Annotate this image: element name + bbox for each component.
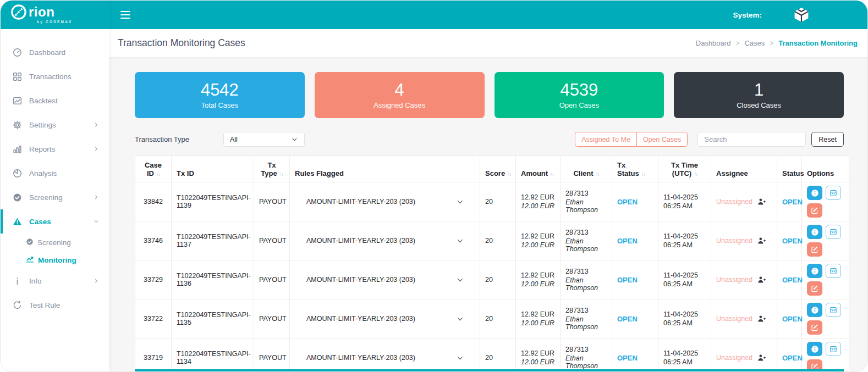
case-edit-button[interactable] xyxy=(807,281,822,296)
case-edit-button[interactable] xyxy=(807,242,822,257)
cell-tx-id: T1022049TESTINGAPI-1135 xyxy=(172,299,254,338)
cell-rules-flagged: AMOUNT-LIMIT-YEARLY-203 (203) xyxy=(290,338,480,372)
case-info-button[interactable] xyxy=(807,303,822,317)
rules-flagged-dropdown[interactable]: AMOUNT-LIMIT-YEARLY-203 (203) xyxy=(295,198,475,206)
sidebar-subitem-monitoring[interactable]: Monitoring xyxy=(1,251,109,269)
cell-tx-time: 11-04-202506:25 AM xyxy=(658,299,711,338)
case-calendar-button[interactable] xyxy=(826,225,841,239)
breadcrumb-item[interactable]: Cases xyxy=(744,39,765,47)
menu-toggle-icon[interactable] xyxy=(120,11,130,19)
case-edit-button[interactable] xyxy=(807,203,822,218)
cell-assignee: Unassigned xyxy=(711,221,777,260)
info-icon xyxy=(13,276,22,286)
column-header-label: Tx Status xyxy=(617,161,639,177)
tx-status-badge: OPEN xyxy=(617,237,638,245)
sidebar-item-transactions[interactable]: Transactions xyxy=(1,64,109,88)
case-edit-button[interactable] xyxy=(807,320,822,335)
cell-tx-type: PAYOUT xyxy=(254,182,290,221)
reset-button[interactable]: Reset xyxy=(811,132,844,147)
sort-icon: ↑↓ xyxy=(694,171,697,177)
assigned-to-me-button[interactable]: Assigned To Me xyxy=(575,132,636,147)
amount-converted: 12.00 EUR xyxy=(521,358,555,366)
main-area: System: Transaction Monitoring Cases Das… xyxy=(109,1,867,371)
column-header-tx-status[interactable]: Tx Status↑↓ xyxy=(612,156,658,182)
table-row: 33729T1022049TESTINGAPI-1136PAYOUTAMOUNT… xyxy=(135,260,849,299)
column-header-client[interactable]: Client↑↓ xyxy=(561,156,612,182)
info-icon xyxy=(811,189,819,197)
column-header-label: Client xyxy=(573,169,593,177)
assignee-label: Unassigned xyxy=(716,237,752,245)
sidebar-item-backtest[interactable]: Backtest xyxy=(1,88,109,113)
column-header-label: Status xyxy=(782,169,804,177)
edit-icon xyxy=(811,246,818,253)
cell-rules-flagged: AMOUNT-LIMIT-YEARLY-203 (203) xyxy=(290,182,480,221)
cell-tx-type: PAYOUT xyxy=(254,299,290,338)
case-info-button[interactable] xyxy=(807,342,822,356)
assign-user-icon[interactable] xyxy=(757,198,766,206)
tx-date: 11-04-2025 xyxy=(663,310,706,318)
client-id: 287313 xyxy=(565,229,607,236)
status-badge: OPEN xyxy=(782,276,803,284)
case-calendar-button[interactable] xyxy=(826,303,841,317)
case-info-button[interactable] xyxy=(807,225,822,239)
cell-tx-time: 11-04-202506:25 AM xyxy=(658,221,711,260)
column-header-options: Options xyxy=(802,156,849,182)
case-info-button[interactable] xyxy=(807,186,822,200)
column-header-amount[interactable]: Amount↑↓ xyxy=(516,156,561,182)
search-input[interactable] xyxy=(697,132,806,147)
case-info-button[interactable] xyxy=(807,264,822,278)
assign-user-icon[interactable] xyxy=(757,315,766,323)
sidebar-item-settings[interactable]: Settings xyxy=(1,113,109,137)
sidebar-item-screening[interactable]: Screening xyxy=(1,185,109,209)
screening-icon xyxy=(13,193,22,202)
cell-amount: 12.92 EUR12.00 EUR xyxy=(516,182,561,221)
cell-assignee: Unassigned xyxy=(711,182,777,221)
assign-user-icon[interactable] xyxy=(757,276,766,284)
amount-original: 12.92 EUR xyxy=(521,349,555,357)
sidebar-item-test-rule[interactable]: Test Rule xyxy=(1,293,109,317)
cell-case-id: 33746 xyxy=(135,221,172,260)
chevron-down-icon xyxy=(456,198,464,206)
rules-flagged-dropdown[interactable]: AMOUNT-LIMIT-YEARLY-203 (203) xyxy=(295,276,475,284)
rules-flagged-dropdown[interactable]: AMOUNT-LIMIT-YEARLY-203 (203) xyxy=(295,237,475,245)
column-header-case-id[interactable]: Case ID↑↓ xyxy=(135,156,172,182)
cell-tx-status: OPEN xyxy=(612,299,658,338)
tx-status-badge: OPEN xyxy=(617,354,638,362)
sidebar-item-reports[interactable]: Reports xyxy=(1,137,109,161)
column-header-score[interactable]: Score↑↓ xyxy=(480,156,516,182)
status-badge: OPEN xyxy=(782,198,803,206)
sidebar-item-dashboard[interactable]: Dashboard xyxy=(1,40,109,64)
column-header-tx-type[interactable]: Tx Type↑↓ xyxy=(254,156,290,182)
breadcrumb-item[interactable]: Dashboard xyxy=(696,39,731,47)
assign-user-icon[interactable] xyxy=(757,354,766,362)
case-calendar-button[interactable] xyxy=(826,186,841,200)
breadcrumb-item: Transaction Monitoring xyxy=(778,39,858,47)
open-cases-button[interactable]: Open Cases xyxy=(636,132,688,147)
sort-icon: ↑↓ xyxy=(596,171,599,177)
sidebar-subitem-screening[interactable]: Screening xyxy=(1,234,109,251)
sidebar-item-info[interactable]: Info xyxy=(1,269,109,293)
cell-status: OPEN xyxy=(777,338,802,372)
options-buttons xyxy=(807,303,842,335)
sidebar-item-cases[interactable]: Cases xyxy=(1,209,109,234)
case-calendar-button[interactable] xyxy=(826,342,841,356)
column-header-label: Tx Type xyxy=(261,161,277,177)
chevron-down-icon xyxy=(93,218,100,225)
amount-converted: 12.00 EUR xyxy=(521,202,555,210)
case-calendar-button[interactable] xyxy=(826,264,841,278)
rules-flagged-dropdown[interactable]: AMOUNT-LIMIT-YEARLY-203 (203) xyxy=(295,354,475,362)
sidebar-item-analysis[interactable]: Analysis xyxy=(1,161,109,185)
system-cube-icon[interactable] xyxy=(793,7,810,23)
edit-icon xyxy=(811,324,818,331)
reports-icon xyxy=(13,145,22,154)
rules-flagged-dropdown[interactable]: AMOUNT-LIMIT-YEARLY-203 (203) xyxy=(295,315,475,323)
amount-converted: 12.00 EUR xyxy=(521,280,555,288)
client-name: Ethan Thompson xyxy=(565,354,607,370)
cell-options xyxy=(802,260,849,299)
logo: rion by CODEMAX xyxy=(1,1,109,29)
assign-user-icon[interactable] xyxy=(757,237,766,245)
column-header-tx-time-utc-[interactable]: Tx Time (UTC)↑↓ xyxy=(658,156,711,182)
transaction-type-select[interactable]: All xyxy=(223,132,305,147)
tx-date: 11-04-2025 xyxy=(663,193,706,201)
assignee-label: Unassigned xyxy=(716,276,752,284)
